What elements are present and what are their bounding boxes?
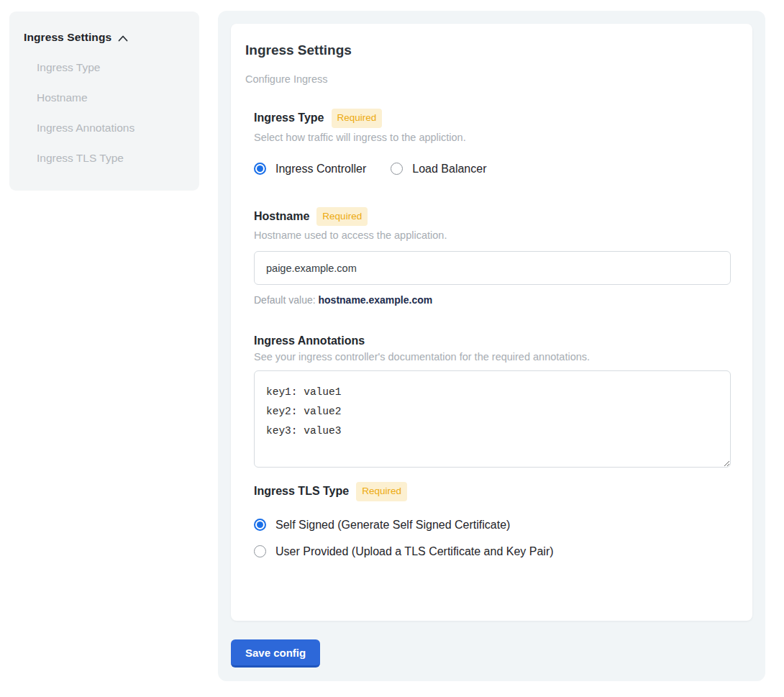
required-badge: Required: [356, 482, 407, 501]
radio-label: Self Signed (Generate Self Signed Certif…: [275, 519, 510, 532]
sidebar-group-label: Ingress Settings: [24, 31, 111, 44]
hostname-help: Hostname used to access the application.: [254, 229, 730, 241]
radio-unselected-icon: [391, 163, 403, 175]
hostname-default-prefix: Default value:: [254, 294, 319, 306]
section-ingress-tls-type: Ingress TLS Type Required Self Signed (G…: [254, 482, 730, 558]
sidebar: Ingress Settings Ingress Type Hostname I…: [9, 12, 199, 191]
hostname-default-value: hostname.example.com: [319, 294, 433, 306]
radio-unselected-icon: [254, 545, 266, 557]
ingress-tls-radio-group: Self Signed (Generate Self Signed Certif…: [254, 519, 730, 558]
sidebar-item-hostname[interactable]: Hostname: [37, 91, 185, 104]
ingress-tls-type-label: Ingress TLS Type: [254, 485, 349, 498]
page-title: Ingress Settings: [245, 42, 730, 58]
section-ingress-annotations: Ingress Annotations See your ingress con…: [254, 334, 730, 468]
radio-ingress-controller[interactable]: Ingress Controller: [254, 163, 366, 176]
sidebar-group-ingress-settings[interactable]: Ingress Settings: [24, 31, 185, 44]
main-panel: Ingress Settings Configure Ingress Ingre…: [218, 11, 765, 681]
form-sections: Ingress Type Required Select how traffic…: [254, 109, 730, 558]
hostname-input[interactable]: [254, 251, 731, 285]
page-subtitle: Configure Ingress: [245, 73, 730, 85]
sidebar-item-ingress-type[interactable]: Ingress Type: [37, 61, 185, 74]
radio-self-signed[interactable]: Self Signed (Generate Self Signed Certif…: [254, 519, 730, 532]
sidebar-item-ingress-annotations[interactable]: Ingress Annotations: [37, 122, 185, 135]
radio-label: Ingress Controller: [275, 163, 366, 176]
chevron-up-icon: [118, 35, 128, 42]
required-badge: Required: [316, 207, 368, 227]
save-config-button[interactable]: Save config: [231, 639, 320, 668]
section-ingress-type: Ingress Type Required Select how traffic…: [254, 109, 730, 176]
sidebar-item-ingress-tls-type[interactable]: Ingress TLS Type: [37, 152, 185, 165]
hostname-label: Hostname: [254, 210, 309, 223]
hostname-default-line: Default value: hostname.example.com: [254, 294, 730, 306]
radio-user-provided[interactable]: User Provided (Upload a TLS Certificate …: [254, 545, 730, 558]
radio-load-balancer[interactable]: Load Balancer: [391, 163, 486, 176]
required-badge: Required: [332, 109, 383, 128]
ingress-type-radio-group: Ingress Controller Load Balancer: [254, 163, 730, 176]
radio-selected-icon: [254, 519, 266, 531]
ingress-annotations-help: See your ingress controller's documentat…: [254, 351, 730, 363]
radio-selected-icon: [254, 163, 266, 175]
section-hostname: Hostname Required Hostname used to acces…: [254, 207, 730, 306]
ingress-type-help: Select how traffic will ingress to the a…: [254, 132, 730, 143]
radio-label: User Provided (Upload a TLS Certificate …: [275, 545, 554, 558]
ingress-annotations-textarea[interactable]: key1: value1 key2: value2 key3: value3: [254, 370, 731, 468]
ingress-type-label: Ingress Type: [254, 111, 324, 124]
radio-label: Load Balancer: [412, 163, 486, 176]
ingress-settings-card: Ingress Settings Configure Ingress Ingre…: [231, 24, 752, 621]
ingress-annotations-label: Ingress Annotations: [254, 334, 365, 347]
